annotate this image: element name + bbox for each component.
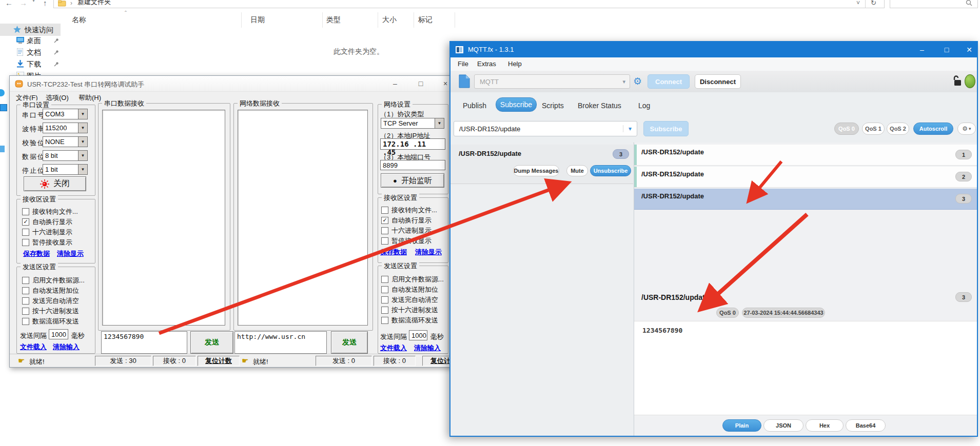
checkbox-clear-after-send[interactable]: 发送完自动清空 [381, 295, 438, 305]
forward-icon[interactable]: → [19, 0, 27, 7]
tab-broker-status[interactable]: Broker Status [578, 102, 621, 110]
checkbox-hex-display[interactable]: 十六进制显示 [22, 228, 72, 237]
stop-bits-select[interactable]: 1 bit▼ [43, 164, 88, 175]
menu-help[interactable]: 帮助(H) [79, 93, 101, 103]
baud-rate-select[interactable]: 115200▼ [43, 123, 88, 133]
checkbox-auto-linewrap[interactable]: ✓自动换行显示 [381, 216, 432, 225]
format-hex-button[interactable]: Hex [806, 419, 844, 432]
maximize-button[interactable]: □ [938, 42, 955, 57]
checkbox-recv-to-file[interactable]: 接收转向文件... [381, 206, 437, 215]
unsubscribe-button[interactable]: Unsubscribe [590, 165, 631, 176]
message-row[interactable]: /USR-DR152/update 2 [634, 167, 977, 188]
clear-input-link[interactable]: 清除输入 [53, 342, 80, 352]
autoscroll-button[interactable]: Autoscroll [913, 123, 953, 135]
back-icon[interactable]: ← [5, 0, 13, 7]
subscribe-button[interactable]: Subscribe [643, 121, 689, 136]
dropdown-icon[interactable]: ▼ [78, 165, 87, 174]
qos1-button[interactable]: QoS 1 [862, 123, 885, 135]
interval-input[interactable]: 1000 [409, 330, 427, 340]
load-file-link[interactable]: 文件载入 [380, 343, 407, 353]
address-dropdown-icon[interactable]: ˅ [856, 0, 860, 7]
dropdown-icon[interactable]: ▼ [78, 123, 87, 133]
column-header-size[interactable]: 大小 [382, 15, 397, 25]
up-icon[interactable]: ↑ [43, 0, 47, 7]
tab-log[interactable]: Log [638, 102, 650, 110]
checkbox-auto-append[interactable]: 自动发送附加位 [22, 286, 79, 295]
profile-select[interactable]: MQTT ▾ [474, 74, 630, 89]
checkbox-loop-send[interactable]: 数据流循环发送 [22, 317, 79, 326]
clear-display-link[interactable]: 清除显示 [415, 248, 442, 257]
reset-counter-left[interactable]: 复位计数 [198, 356, 240, 366]
dropdown-icon[interactable]: ▼ [78, 109, 87, 119]
payload-area[interactable]: 1234567890 [634, 321, 977, 415]
column-header-tags[interactable]: 标记 [418, 15, 433, 25]
protocol-select[interactable]: TCP Server▼ [381, 118, 444, 129]
qos0-button[interactable]: QoS 0 [834, 123, 859, 135]
net-send-input[interactable]: http://www.usr.cn [234, 331, 327, 354]
checkbox-send-as-hex[interactable]: 按十六进制发送 [22, 307, 79, 316]
checkbox-hex-display[interactable]: 十六进制显示 [381, 226, 432, 235]
column-header-type[interactable]: 类型 [326, 15, 341, 25]
dropdown-icon[interactable]: ▼ [435, 118, 444, 128]
checkbox-recv-to-file[interactable]: 接收转向文件... [22, 207, 78, 216]
checkbox-file-datasource[interactable]: 启用文件数据源... [22, 276, 85, 285]
minimize-button[interactable]: – [913, 42, 931, 57]
clear-input-link[interactable]: 清除输入 [414, 343, 441, 353]
qos2-button[interactable]: QoS 2 [887, 123, 909, 135]
menu-file[interactable]: File [458, 60, 468, 68]
subscription-item[interactable]: /USR-DR152/update 3 Dump Messages Mute U… [450, 145, 633, 184]
format-plain-button[interactable]: Plain [722, 419, 761, 432]
save-data-link[interactable]: 保存数据 [380, 248, 407, 257]
menu-help[interactable]: Help [508, 60, 522, 68]
search-input[interactable] [890, 0, 978, 8]
clear-display-link[interactable]: 清除显示 [57, 249, 84, 258]
disconnect-button[interactable]: Disconnect [695, 74, 741, 89]
local-ip-input[interactable]: 172.16 .11 .45 [380, 138, 445, 150]
checkbox-auto-linewrap[interactable]: ✓自动换行显示 [22, 217, 72, 227]
topic-input[interactable]: /USR-DR152/update ▾ [454, 121, 637, 136]
sidebar-item-downloads[interactable]: 下载 [0, 58, 61, 70]
dropdown-icon[interactable]: ▼ [78, 137, 87, 147]
checkbox-file-datasource[interactable]: 启用文件数据源... [381, 275, 444, 284]
topic-dropdown-icon[interactable]: ▾ [623, 125, 637, 132]
checkbox-clear-after-send[interactable]: 发送完自动清空 [22, 296, 79, 306]
load-file-link[interactable]: 文件载入 [20, 342, 47, 352]
checkbox-send-as-hex[interactable]: 按十六进制发送 [381, 306, 438, 315]
checkbox-auto-append[interactable]: 自动发送附加位 [381, 285, 438, 294]
usr-titlebar[interactable]: USR-TCP232-Test 串口转网络调试助手 – □ × [10, 76, 455, 92]
sidebar-item-desktop[interactable]: 桌面 [0, 35, 61, 46]
data-bits-select[interactable]: 8 bit▼ [43, 150, 88, 161]
local-port-input[interactable]: 8899 [380, 160, 445, 170]
maximize-button[interactable]: □ [413, 78, 428, 89]
start-listen-button[interactable]: ● 开始监听 [381, 173, 444, 188]
column-header-date[interactable]: 日期 [250, 15, 265, 25]
format-base64-button[interactable]: Base64 [846, 419, 886, 432]
tab-publish[interactable]: Publish [463, 102, 486, 110]
menu-extras[interactable]: Extras [477, 60, 496, 68]
sidebar-item-documents[interactable]: 文档 [0, 47, 61, 58]
breadcrumb[interactable]: 新建文件夹 [77, 0, 111, 7]
tab-scripts[interactable]: Scripts [542, 102, 564, 110]
serial-recv-area[interactable] [102, 110, 225, 326]
message-row-selected[interactable]: /USR-DR152/update 3 [634, 189, 977, 210]
format-json-button[interactable]: JSON [763, 419, 803, 432]
com-port-select[interactable]: COM3▼ [43, 109, 88, 119]
subscribe-options-button[interactable]: ⚙▾ [957, 123, 976, 135]
refresh-icon[interactable]: ↻ [871, 0, 876, 7]
close-serial-button[interactable]: 关闭 [24, 176, 86, 191]
mqtt-titlebar[interactable]: MQTT.fx - 1.3.1 – □ ✕ [450, 42, 977, 57]
connect-button[interactable]: Connect [648, 74, 690, 89]
serial-send-button[interactable]: 发送 [190, 331, 233, 354]
parity-select[interactable]: NONE▼ [43, 136, 88, 147]
checkbox-pause-recv[interactable]: 暂停接收显示 [22, 238, 72, 247]
minimize-button[interactable]: – [387, 78, 403, 89]
settings-gear-icon[interactable]: ⚙ [633, 75, 642, 87]
tab-subscribe[interactable]: Subscribe [496, 97, 537, 112]
mute-button[interactable]: Mute [566, 165, 588, 176]
serial-send-input[interactable]: 1234567890 [101, 331, 187, 354]
net-send-button[interactable]: 发送 [331, 331, 368, 354]
save-data-link[interactable]: 保存数据 [23, 249, 50, 258]
dropdown-icon[interactable]: ▼ [78, 151, 87, 160]
checkbox-loop-send[interactable]: 数据流循环发送 [381, 316, 438, 325]
message-row[interactable]: /USR-DR152/update 1 [634, 145, 977, 166]
